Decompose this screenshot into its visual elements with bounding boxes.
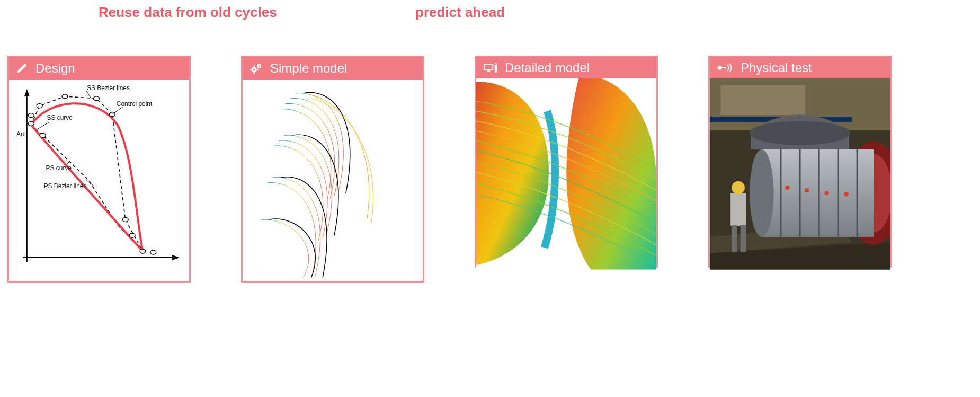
svg-point-9 xyxy=(122,218,128,222)
simple-model-image xyxy=(246,83,420,278)
svg-point-27 xyxy=(259,65,260,67)
svg-point-36 xyxy=(724,67,726,69)
svg-point-56 xyxy=(824,191,828,195)
svg-point-48 xyxy=(750,149,773,237)
ann-arc: Arc xyxy=(16,131,26,138)
card-design: Design xyxy=(7,56,191,283)
svg-point-11 xyxy=(140,249,146,253)
svg-point-12 xyxy=(150,250,156,254)
monitor-icon xyxy=(484,62,497,74)
card-physical-body xyxy=(710,78,890,270)
svg-rect-41 xyxy=(721,85,806,115)
pencil-icon xyxy=(16,63,28,74)
svg-point-62 xyxy=(732,181,745,195)
svg-point-21 xyxy=(253,69,255,71)
svg-point-55 xyxy=(805,188,809,192)
svg-line-17 xyxy=(36,122,49,130)
svg-point-4 xyxy=(28,122,34,126)
svg-line-19 xyxy=(86,180,94,186)
label-reuse: Reuse data from old cycles xyxy=(99,4,277,21)
card-simple-header: Simple model xyxy=(243,57,423,80)
card-design-title: Design xyxy=(35,61,75,76)
detailed-model-image xyxy=(476,78,656,270)
card-simple: Simple model xyxy=(241,56,424,283)
gears-icon xyxy=(250,63,263,74)
card-design-header: Design xyxy=(9,57,189,80)
ann-ss-curve: SS curve xyxy=(47,114,73,121)
svg-point-10 xyxy=(129,234,135,238)
svg-rect-61 xyxy=(741,225,746,252)
svg-marker-1 xyxy=(24,89,30,96)
card-simple-body xyxy=(243,80,423,281)
svg-rect-23 xyxy=(253,73,255,74)
svg-point-7 xyxy=(94,96,100,101)
svg-point-58 xyxy=(750,121,850,145)
card-physical-title: Physical test xyxy=(741,60,812,75)
card-detailed-title: Detailed model xyxy=(505,60,590,75)
svg-rect-34 xyxy=(718,66,721,69)
ann-ss-bezier: SS Bezier lines xyxy=(87,84,130,92)
card-physical-header: Physical test xyxy=(710,57,890,78)
physical-test-image xyxy=(710,78,890,270)
ann-ps-curve: PS curve xyxy=(46,164,72,172)
card-simple-title: Simple model xyxy=(270,61,347,76)
cards-row: Design xyxy=(7,56,892,283)
top-labels-row: Reuse data from old cycles predict ahead xyxy=(0,4,980,25)
card-design-body: SS Bezier lines Control point SS curve A… xyxy=(9,80,189,281)
ann-control-point: Control point xyxy=(117,100,153,108)
svg-point-6 xyxy=(62,94,68,99)
svg-rect-24 xyxy=(250,69,252,70)
svg-point-54 xyxy=(785,186,789,190)
svg-marker-3 xyxy=(172,255,180,260)
card-detailed: Detailed model xyxy=(475,56,658,268)
svg-rect-32 xyxy=(495,64,497,65)
svg-rect-22 xyxy=(253,66,255,67)
design-diagram: SS Bezier lines Control point SS curve A… xyxy=(12,83,186,278)
card-detailed-header: Detailed model xyxy=(476,57,656,78)
svg-point-57 xyxy=(844,192,848,196)
label-predict: predict ahead xyxy=(415,4,505,21)
ann-ps-bezier: PS Bezier lines xyxy=(44,182,87,190)
svg-rect-59 xyxy=(730,193,746,226)
svg-point-14 xyxy=(28,113,34,118)
svg-point-5 xyxy=(37,104,42,108)
card-detailed-body xyxy=(476,78,656,270)
sensor-icon xyxy=(717,63,733,73)
svg-rect-25 xyxy=(257,69,259,70)
card-physical: Physical test xyxy=(708,56,892,268)
svg-rect-30 xyxy=(487,70,490,72)
svg-line-16 xyxy=(112,107,123,114)
svg-rect-60 xyxy=(732,225,737,252)
svg-point-13 xyxy=(40,134,46,138)
svg-rect-29 xyxy=(485,65,493,69)
